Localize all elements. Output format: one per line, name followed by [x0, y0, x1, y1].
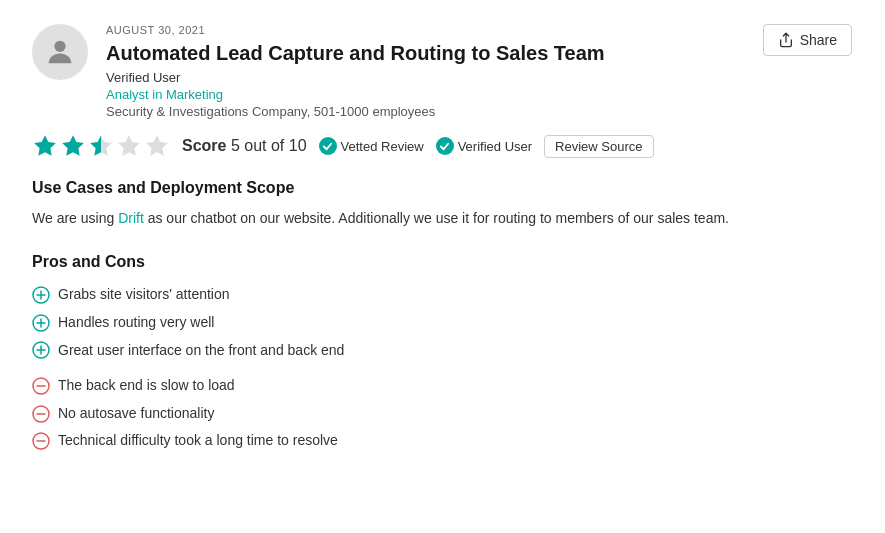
pro-text-3: Great user interface on the front and ba…	[58, 341, 344, 361]
use-cases-text: We are using Drift as our chatbot on our…	[32, 207, 852, 229]
cons-list: The back end is slow to load No autosave…	[32, 372, 852, 455]
con-icon-2	[32, 405, 50, 423]
score-text: Score 5 out of 10	[182, 137, 307, 155]
svg-marker-3	[62, 135, 84, 156]
pros-cons-title: Pros and Cons	[32, 253, 852, 271]
con-icon-1	[32, 377, 50, 395]
use-cases-section: Use Cases and Deployment Scope We are us…	[32, 179, 852, 229]
review-title: Automated Lead Capture and Routing to Sa…	[106, 40, 605, 66]
pro-icon-2	[32, 314, 50, 332]
header-left: August 30, 2021 Automated Lead Capture a…	[32, 24, 605, 119]
review-source-button[interactable]: Review Source	[544, 135, 653, 158]
header-row: August 30, 2021 Automated Lead Capture a…	[32, 24, 852, 119]
review-container: August 30, 2021 Automated Lead Capture a…	[32, 24, 852, 455]
svg-marker-5	[118, 135, 140, 156]
con-icon-3	[32, 432, 50, 450]
verified-user-badge: Verified User	[436, 137, 532, 155]
share-label: Share	[800, 32, 837, 48]
pro-item-3: Great user interface on the front and ba…	[32, 337, 852, 365]
drift-link: Drift	[118, 210, 144, 226]
avatar	[32, 24, 88, 80]
score-row: Score 5 out of 10 Vetted Review Verified…	[32, 133, 852, 159]
pro-item-2: Handles routing very well	[32, 309, 852, 337]
con-item-3: Technical difficulty took a long time to…	[32, 427, 852, 455]
share-button[interactable]: Share	[763, 24, 852, 56]
vetted-review-badge: Vetted Review	[319, 137, 424, 155]
vetted-review-label: Vetted Review	[341, 139, 424, 154]
con-text-3: Technical difficulty took a long time to…	[58, 431, 338, 451]
star-3	[88, 133, 114, 159]
con-text-2: No autosave functionality	[58, 404, 214, 424]
star-1	[32, 133, 58, 159]
pro-text-2: Handles routing very well	[58, 313, 214, 333]
vetted-check-icon	[319, 137, 337, 155]
score-label: Score	[182, 137, 226, 154]
svg-marker-2	[34, 135, 56, 156]
pros-cons-section: Pros and Cons Grabs site visitors' atten…	[32, 253, 852, 455]
reviewer-role: Verified User	[106, 70, 605, 85]
review-meta: August 30, 2021 Automated Lead Capture a…	[106, 24, 605, 119]
svg-marker-4	[90, 135, 112, 156]
star-rating	[32, 133, 170, 159]
pro-text-1: Grabs site visitors' attention	[58, 285, 230, 305]
use-cases-title: Use Cases and Deployment Scope	[32, 179, 852, 197]
star-5	[144, 133, 170, 159]
pro-icon-3	[32, 341, 50, 359]
con-text-1: The back end is slow to load	[58, 376, 235, 396]
svg-point-0	[54, 41, 65, 52]
share-icon	[778, 32, 794, 48]
pros-list: Grabs site visitors' attention Handles r…	[32, 281, 852, 364]
verified-check-icon	[436, 137, 454, 155]
review-date: August 30, 2021	[106, 24, 605, 36]
star-2	[60, 133, 86, 159]
score-value: 5 out of 10	[231, 137, 307, 154]
star-4	[116, 133, 142, 159]
con-item-1: The back end is slow to load	[32, 372, 852, 400]
pro-icon-1	[32, 286, 50, 304]
review-source-label: Review Source	[555, 139, 642, 154]
reviewer-position: Analyst in Marketing	[106, 87, 605, 102]
reviewer-company: Security & Investigations Company, 501-1…	[106, 104, 605, 119]
verified-user-label: Verified User	[458, 139, 532, 154]
con-item-2: No autosave functionality	[32, 400, 852, 428]
svg-marker-6	[146, 135, 168, 156]
pro-item-1: Grabs site visitors' attention	[32, 281, 852, 309]
